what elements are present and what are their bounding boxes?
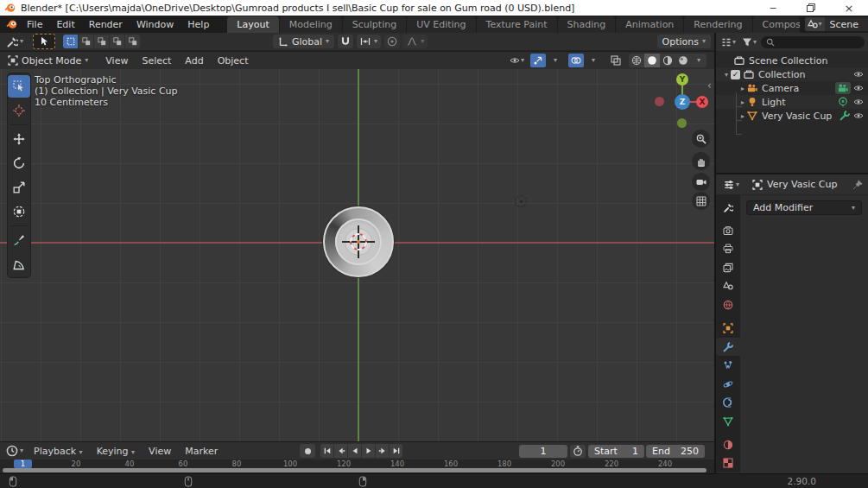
pin-icon[interactable] — [852, 180, 863, 190]
props-tab-modifiers[interactable] — [716, 338, 740, 357]
timeline-scrollbar[interactable] — [3, 468, 706, 472]
props-tab-tool[interactable] — [716, 198, 740, 217]
gizmos-toggle[interactable] — [530, 54, 546, 67]
prev-keyframe-button[interactable] — [334, 444, 347, 458]
close-button[interactable]: × — [830, 0, 868, 16]
snap-toggle[interactable] — [338, 35, 353, 48]
outliner-search-input[interactable] — [761, 36, 865, 48]
props-tab-particles[interactable] — [716, 356, 740, 375]
properties-editor-type-button[interactable]: ▾ — [721, 179, 741, 191]
menu-edit[interactable]: Edit — [49, 19, 81, 30]
viewport-menu-select[interactable]: Select — [135, 55, 178, 67]
camera-view-button[interactable] — [692, 173, 710, 191]
axis-y-ball[interactable]: Y — [676, 73, 688, 86]
tab-sculpting[interactable]: Sculpting — [343, 16, 406, 33]
blender-menu-icon[interactable] — [6, 18, 18, 30]
tab-compositing[interactable]: Compos — [753, 16, 800, 33]
add-modifier-dropdown[interactable]: Add Modifier ▾ — [746, 200, 862, 215]
timeline-editor-type-button[interactable]: ▾ — [3, 445, 27, 457]
timeline-menu-keying[interactable]: Keying ▾ — [90, 446, 142, 457]
tool-annotate[interactable] — [8, 229, 30, 251]
hide-toggle-eye-icon[interactable] — [853, 69, 864, 79]
object-visibility-dropdown[interactable]: ▾ — [509, 54, 525, 67]
props-tab-render[interactable] — [716, 221, 740, 240]
shading-wireframe-button[interactable] — [629, 54, 644, 67]
menu-help[interactable]: Help — [181, 19, 216, 30]
snap-target-dropdown[interactable]: ▾ — [357, 35, 381, 48]
outliner-filter-button[interactable]: ▾ — [740, 37, 758, 48]
modifier-wrench-icon[interactable] — [839, 111, 850, 121]
select-mode-set[interactable] — [63, 35, 78, 48]
axis-x-negative-ball[interactable] — [655, 97, 664, 106]
tab-animation[interactable]: Animation — [616, 16, 683, 33]
scene-name-field[interactable]: Scene — [825, 19, 868, 30]
xray-toggle[interactable] — [608, 54, 624, 67]
props-tab-view-layer[interactable] — [716, 258, 740, 277]
viewport-menu-object[interactable]: Object — [211, 55, 256, 67]
next-keyframe-button[interactable] — [376, 444, 389, 458]
select-mode-extend[interactable] — [79, 35, 93, 48]
options-button[interactable]: Options▾ — [657, 35, 711, 48]
tool-scale[interactable] — [8, 176, 30, 199]
props-tab-material[interactable] — [716, 435, 740, 454]
timeline-menu-view[interactable]: View — [142, 446, 178, 457]
timeline-menu-marker[interactable]: Marker — [178, 446, 225, 457]
axis-z-ball[interactable]: Z — [675, 94, 690, 110]
use-preview-range-toggle[interactable] — [570, 445, 586, 458]
tab-modeling[interactable]: Modeling — [280, 16, 342, 33]
timeline-menu-playback[interactable]: Playback ▾ — [27, 446, 90, 457]
hide-toggle-eye-icon[interactable] — [853, 83, 864, 93]
restore-button[interactable] — [792, 0, 830, 16]
jump-to-start-button[interactable] — [320, 444, 333, 458]
tool-select-box[interactable] — [8, 75, 30, 98]
auto-keying-toggle[interactable] — [300, 444, 315, 458]
play-button[interactable] — [362, 444, 375, 458]
expand-icon[interactable]: ▸ — [738, 112, 747, 120]
playhead[interactable]: 1 — [14, 459, 32, 468]
tab-shading[interactable]: Shading — [558, 16, 616, 33]
sidebar-collapse-arrow[interactable]: ‹ — [707, 79, 712, 92]
light-data-icon[interactable] — [835, 97, 851, 107]
shading-rendered-button[interactable] — [675, 54, 691, 67]
tool-move[interactable] — [8, 128, 30, 150]
viewport-menu-view[interactable]: View — [98, 55, 135, 67]
tool-rotate[interactable] — [8, 152, 30, 174]
menu-file[interactable]: File — [20, 19, 49, 30]
hide-toggle-eye-icon[interactable] — [853, 97, 864, 107]
hide-toggle-eye-icon[interactable] — [853, 111, 864, 121]
props-tab-object[interactable] — [716, 319, 740, 338]
proportional-falloff-dropdown[interactable]: ▾ — [403, 35, 428, 48]
props-tab-constraints[interactable] — [716, 393, 740, 412]
frame-start-field[interactable]: Start1 — [588, 445, 644, 458]
mode-dropdown[interactable]: Object Mode ▾ — [4, 55, 92, 67]
tab-texture-paint[interactable]: Texture Paint — [477, 16, 557, 33]
shading-solid-button[interactable] — [644, 54, 660, 67]
overlays-dropdown[interactable]: ▾ — [586, 54, 601, 67]
tool-transform[interactable] — [8, 200, 30, 223]
play-reverse-button[interactable] — [348, 444, 361, 458]
props-tab-object-data[interactable] — [716, 412, 740, 431]
shading-material-button[interactable] — [660, 54, 675, 67]
perspective-toggle-button[interactable] — [692, 192, 710, 210]
shading-dropdown[interactable]: ▾ — [691, 54, 706, 67]
props-tab-world[interactable] — [716, 295, 740, 314]
viewport-canvas[interactable]: Top Orthographic (1) Collection | Very V… — [0, 69, 714, 441]
tool-measure[interactable] — [8, 253, 30, 276]
props-tab-physics[interactable] — [716, 375, 740, 394]
viewport-menu-add[interactable]: Add — [178, 55, 210, 67]
proportional-edit-toggle[interactable] — [384, 35, 400, 48]
camera-data-badge[interactable] — [835, 82, 851, 94]
tab-uv-editing[interactable]: UV Editing — [407, 16, 475, 33]
collection-checkbox[interactable]: ✓ — [731, 70, 740, 79]
tab-rendering[interactable]: Rendering — [684, 16, 751, 33]
axis-x-ball[interactable]: X — [696, 96, 708, 108]
props-tab-scene[interactable] — [716, 277, 740, 296]
props-tab-texture[interactable] — [716, 454, 740, 473]
frame-end-field[interactable]: End250 — [646, 445, 705, 458]
pan-button[interactable] — [692, 152, 710, 170]
expand-icon[interactable]: ▾ — [722, 71, 731, 79]
scene-browse-button[interactable]: ▾ — [805, 17, 825, 31]
outliner-row-collection[interactable]: ▾ ✓ Collection — [716, 67, 868, 81]
minimize-button[interactable]: − — [754, 0, 792, 16]
timeline-ruler[interactable]: 20 40 60 80 100 120 140 160 180 200 220 … — [0, 459, 714, 468]
